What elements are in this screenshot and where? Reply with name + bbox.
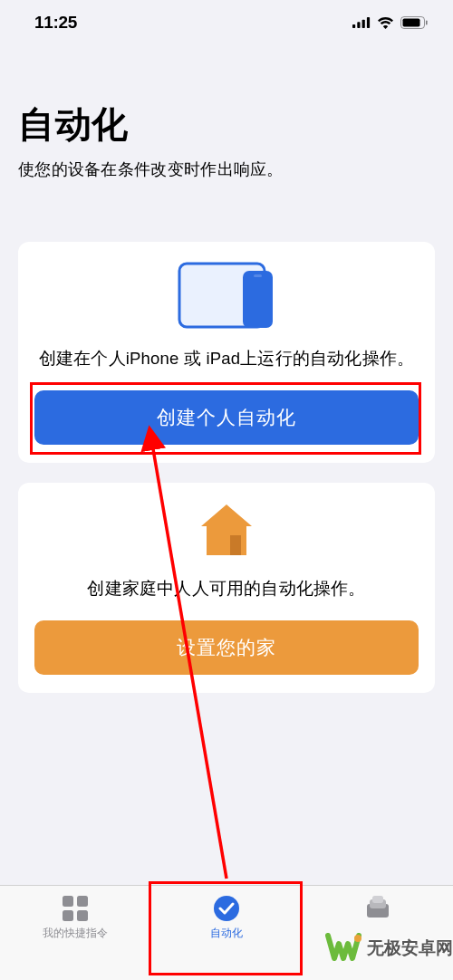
page-header: 自动化 使您的设备在条件改变时作出响应。 bbox=[0, 45, 453, 189]
battery-icon bbox=[400, 16, 428, 29]
watermark-logo-icon bbox=[325, 933, 361, 964]
svg-rect-20 bbox=[372, 896, 383, 903]
svg-rect-9 bbox=[254, 274, 262, 277]
status-icons bbox=[352, 16, 428, 29]
setup-home-button[interactable]: 设置您的家 bbox=[34, 620, 419, 675]
svg-point-17 bbox=[214, 896, 239, 921]
create-personal-automation-button[interactable]: 创建个人自动化 bbox=[34, 390, 419, 445]
tab-shortcuts-label: 我的快捷指令 bbox=[43, 926, 108, 941]
svg-rect-10 bbox=[230, 535, 241, 555]
shortcuts-icon bbox=[62, 895, 89, 922]
svg-rect-15 bbox=[63, 910, 73, 921]
status-bar: 11:25 bbox=[0, 0, 453, 45]
watermark: 无极安卓网 bbox=[325, 933, 453, 964]
tab-automation[interactable]: 自动化 bbox=[151, 886, 303, 980]
automation-icon bbox=[213, 895, 240, 922]
cards-container: 创建在个人iPhone 或 iPad上运行的自动化操作。 创建个人自动化 创建家… bbox=[0, 189, 453, 693]
svg-rect-16 bbox=[77, 910, 88, 921]
home-card-description: 创建家庭中人人可用的自动化操作。 bbox=[34, 577, 419, 600]
gallery-icon bbox=[364, 895, 391, 922]
cellular-signal-icon bbox=[352, 17, 371, 28]
tab-shortcuts[interactable]: 我的快捷指令 bbox=[0, 886, 151, 980]
svg-rect-5 bbox=[403, 19, 420, 27]
home-icon bbox=[34, 503, 419, 559]
svg-point-21 bbox=[354, 935, 361, 942]
status-time: 11:25 bbox=[34, 13, 77, 33]
personal-automation-card: 创建在个人iPhone 或 iPad上运行的自动化操作。 创建个人自动化 bbox=[18, 242, 435, 463]
device-icon bbox=[34, 262, 419, 329]
wifi-icon bbox=[377, 17, 394, 29]
svg-rect-8 bbox=[243, 271, 273, 328]
page-subtitle: 使您的设备在条件改变时作出响应。 bbox=[18, 159, 435, 180]
personal-card-description: 创建在个人iPhone 或 iPad上运行的自动化操作。 bbox=[34, 347, 419, 370]
tab-automation-label: 自动化 bbox=[210, 926, 243, 941]
svg-rect-13 bbox=[63, 896, 73, 907]
svg-rect-6 bbox=[426, 21, 428, 25]
svg-rect-3 bbox=[367, 17, 370, 28]
svg-rect-14 bbox=[77, 896, 88, 907]
page-title: 自动化 bbox=[18, 100, 435, 149]
home-automation-card: 创建家庭中人人可用的自动化操作。 设置您的家 bbox=[18, 483, 435, 693]
svg-rect-1 bbox=[357, 22, 360, 28]
svg-rect-2 bbox=[362, 20, 365, 28]
watermark-text: 无极安卓网 bbox=[367, 937, 453, 960]
svg-rect-0 bbox=[352, 24, 355, 28]
